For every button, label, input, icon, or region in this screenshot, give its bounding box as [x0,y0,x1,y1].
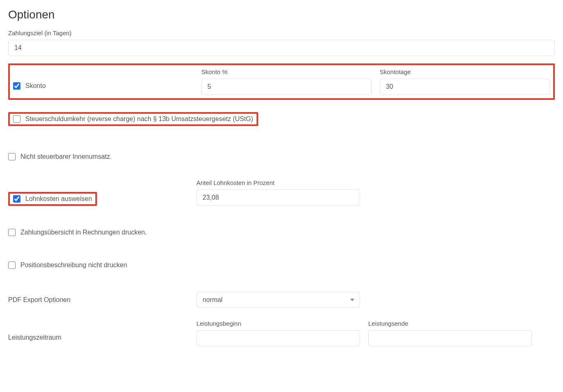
leistungsende-input[interactable] [368,330,532,347]
reverse-charge-checkbox[interactable] [13,115,20,123]
zahlungsziel-section: Zahlungsziel (in Tagen) [8,29,555,56]
leistungsende-label: Leistungsende [368,320,532,327]
positionsbeschreibung-checkbox[interactable] [8,261,16,269]
zahlungsziel-input[interactable] [8,40,555,56]
skonto-percent-input[interactable] [201,79,372,95]
innenumsatz-row: Nicht steuerbarer Innenumsatz. [8,151,555,163]
innenumsatz-label[interactable]: Nicht steuerbarer Innenumsatz. [20,153,112,160]
pdf-export-select[interactable]: normal [196,292,360,308]
skonto-highlight-box: Skonto Skonto % Skontotage [8,63,555,100]
lohnkosten-checkbox[interactable] [13,195,20,203]
leistungsbeginn-label: Leistungsbeginn [196,320,360,327]
leistungszeitraum-label: Leistungszeitraum [8,334,188,341]
positionsbeschreibung-row: Positionsbeschreibung nicht drucken [8,259,555,271]
skonto-checkbox-wrapper: Skonto [13,77,193,95]
skonto-checkbox-label[interactable]: Skonto [25,82,46,90]
skonto-checkbox[interactable] [13,82,20,90]
skonto-days-label: Skontotage [380,68,550,75]
lohnkosten-percent-label: Anteil Lohnkosten in Prozent [196,179,360,186]
lohnkosten-percent-input[interactable] [196,189,360,206]
skonto-days-input[interactable] [380,79,550,95]
leistungsbeginn-input[interactable] [196,330,360,347]
reverse-charge-label[interactable]: Steuerschuldumkehr (reverse charge) nach… [25,115,253,123]
zahlungsuebersicht-label[interactable]: Zahlungsübersicht in Rechnungen drucken. [20,229,147,236]
zahlungsuebersicht-row: Zahlungsübersicht in Rechnungen drucken. [8,226,555,239]
innenumsatz-checkbox[interactable] [8,153,16,160]
zahlungsuebersicht-checkbox[interactable] [8,229,16,236]
skonto-percent-label: Skonto % [201,68,372,75]
pdf-export-label: PDF Export Optionen [8,296,188,304]
pdf-export-select-wrapper: normal [196,292,360,308]
reverse-charge-highlight-box: Steuerschuldumkehr (reverse charge) nach… [8,112,258,126]
lohnkosten-highlight-box: Lohnkosten ausweisen [8,192,97,206]
page-title: Optionen [8,8,555,21]
zahlungsziel-label: Zahlungsziel (in Tagen) [8,29,555,36]
lohnkosten-checkbox-label[interactable]: Lohnkosten ausweisen [25,195,92,203]
positionsbeschreibung-label[interactable]: Positionsbeschreibung nicht drucken [20,261,127,269]
